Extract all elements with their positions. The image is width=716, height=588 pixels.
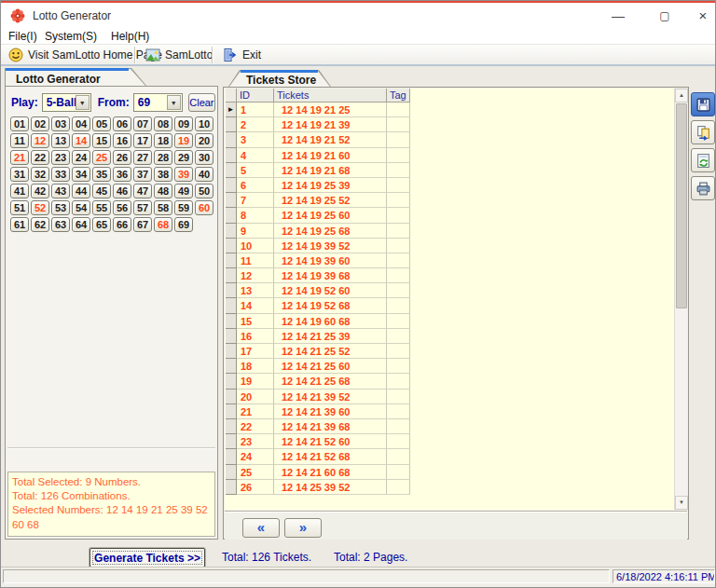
- chevron-down-icon[interactable]: ▼: [167, 95, 181, 110]
- ticket-numbers-cell[interactable]: 12 14 21 39 60: [274, 404, 387, 419]
- ticket-id-cell[interactable]: 18: [237, 359, 274, 374]
- row-selector-cell[interactable]: [226, 193, 237, 208]
- number-button-58[interactable]: 58: [154, 200, 172, 215]
- ticket-id-cell[interactable]: 5: [237, 163, 274, 178]
- number-button-18[interactable]: 18: [154, 133, 172, 148]
- ticket-tag-cell[interactable]: [387, 314, 410, 329]
- row-selector-cell[interactable]: [226, 434, 237, 449]
- ticket-numbers-cell[interactable]: 12 14 21 25 39: [274, 329, 387, 344]
- row-selector-cell[interactable]: [226, 148, 237, 163]
- save-button[interactable]: [691, 92, 715, 116]
- ticket-numbers-cell[interactable]: 12 14 25 39 52: [274, 480, 387, 495]
- number-button-09[interactable]: 09: [174, 116, 193, 131]
- ticket-numbers-cell[interactable]: 12 14 19 39 52: [274, 239, 387, 253]
- ticket-tag-cell[interactable]: [387, 132, 410, 147]
- ticket-id-cell[interactable]: 6: [237, 178, 274, 193]
- number-button-49[interactable]: 49: [174, 184, 193, 198]
- ticket-tag-cell[interactable]: [387, 193, 410, 208]
- row-selector-cell[interactable]: [226, 419, 237, 434]
- minimize-button[interactable]: —: [598, 3, 639, 29]
- number-button-34[interactable]: 34: [72, 167, 90, 182]
- ticket-row[interactable]: 612 14 19 25 39: [226, 178, 410, 193]
- ticket-row[interactable]: 1012 14 19 39 52: [226, 239, 410, 253]
- number-button-08[interactable]: 08: [154, 116, 172, 131]
- number-button-66[interactable]: 66: [113, 217, 131, 232]
- number-button-51[interactable]: 51: [10, 200, 29, 215]
- ticket-row[interactable]: 1912 14 21 25 68: [226, 374, 410, 389]
- ticket-row[interactable]: 412 14 19 21 60: [226, 148, 410, 163]
- ticket-id-cell[interactable]: 11: [237, 253, 274, 268]
- number-button-53[interactable]: 53: [51, 200, 70, 215]
- number-button-29[interactable]: 29: [174, 150, 193, 165]
- ticket-tag-cell[interactable]: [387, 239, 410, 253]
- ticket-tag-cell[interactable]: [387, 253, 410, 268]
- number-button-15[interactable]: 15: [92, 133, 111, 148]
- row-selector-cell[interactable]: [226, 239, 237, 253]
- menu-system[interactable]: System(S): [45, 30, 97, 43]
- ticket-row[interactable]: 2012 14 21 39 52: [226, 390, 410, 404]
- ticket-tag-cell[interactable]: [387, 148, 410, 163]
- play-select[interactable]: 5-Ball ▼: [42, 93, 91, 112]
- ticket-tag-cell[interactable]: [387, 178, 410, 193]
- number-button-44[interactable]: 44: [72, 184, 90, 198]
- number-button-06[interactable]: 06: [113, 116, 131, 131]
- ticket-numbers-cell[interactable]: 12 14 19 21 39: [274, 117, 387, 132]
- number-button-69[interactable]: 69: [174, 217, 193, 232]
- ticket-tag-cell[interactable]: [387, 359, 410, 374]
- ticket-tag-cell[interactable]: [387, 374, 410, 389]
- ticket-tag-cell[interactable]: [387, 224, 410, 239]
- ticket-id-cell[interactable]: 2: [237, 117, 274, 132]
- ticket-numbers-cell[interactable]: 12 14 19 21 60: [274, 148, 387, 163]
- print-button[interactable]: [691, 176, 715, 200]
- ticket-id-cell[interactable]: 14: [237, 298, 274, 313]
- ticket-id-cell[interactable]: 9: [237, 224, 274, 239]
- number-button-39[interactable]: 39: [174, 167, 193, 182]
- number-button-11[interactable]: 11: [10, 133, 29, 148]
- ticket-row[interactable]: 1712 14 21 25 52: [226, 344, 410, 359]
- number-button-30[interactable]: 30: [195, 150, 213, 165]
- copy-button[interactable]: [691, 120, 715, 144]
- row-selector-cell[interactable]: [226, 359, 237, 374]
- ticket-id-cell[interactable]: 3: [237, 132, 274, 147]
- header-id[interactable]: ID: [237, 89, 274, 103]
- number-button-04[interactable]: 04: [72, 116, 90, 131]
- row-selector-cell[interactable]: [226, 268, 237, 283]
- menu-help[interactable]: Help(H): [111, 30, 149, 43]
- ticket-tag-cell[interactable]: [387, 208, 410, 223]
- ticket-tag-cell[interactable]: [387, 434, 410, 449]
- ticket-id-cell[interactable]: 12: [237, 268, 274, 283]
- ticket-id-cell[interactable]: 19: [237, 374, 274, 389]
- number-button-28[interactable]: 28: [154, 150, 172, 165]
- row-selector-cell[interactable]: [226, 178, 237, 193]
- number-button-25[interactable]: 25: [92, 150, 111, 165]
- ticket-id-cell[interactable]: 24: [237, 449, 274, 464]
- header-tag[interactable]: Tag: [387, 89, 410, 103]
- ticket-row[interactable]: ►112 14 19 21 25: [226, 103, 410, 117]
- number-button-40[interactable]: 40: [195, 167, 213, 182]
- number-button-05[interactable]: 05: [92, 116, 111, 131]
- number-button-42[interactable]: 42: [31, 184, 49, 198]
- row-selector-cell[interactable]: [226, 253, 237, 268]
- number-button-41[interactable]: 41: [10, 184, 29, 198]
- ticket-id-cell[interactable]: 16: [237, 329, 274, 344]
- ticket-row[interactable]: 2212 14 21 39 68: [226, 419, 410, 434]
- row-selector-cell[interactable]: [226, 314, 237, 329]
- ticket-row[interactable]: 312 14 19 21 52: [226, 132, 410, 147]
- ticket-tag-cell[interactable]: [387, 390, 410, 404]
- number-button-52[interactable]: 52: [31, 200, 49, 215]
- ticket-tag-cell[interactable]: [387, 283, 410, 298]
- number-button-12[interactable]: 12: [31, 133, 49, 148]
- number-button-17[interactable]: 17: [133, 133, 152, 148]
- number-button-61[interactable]: 61: [10, 217, 29, 232]
- row-selector-cell[interactable]: [226, 298, 237, 313]
- ticket-numbers-cell[interactable]: 12 14 19 25 68: [274, 224, 387, 239]
- ticket-numbers-cell[interactable]: 12 14 19 21 52: [274, 132, 387, 147]
- ticket-id-cell[interactable]: 22: [237, 419, 274, 434]
- scrollbar-thumb[interactable]: [676, 103, 687, 308]
- row-selector-cell[interactable]: [226, 283, 237, 298]
- number-button-43[interactable]: 43: [51, 184, 70, 198]
- ticket-tag-cell[interactable]: [387, 103, 410, 117]
- number-button-46[interactable]: 46: [113, 184, 131, 198]
- ticket-row[interactable]: 212 14 19 21 39: [226, 117, 410, 132]
- number-button-24[interactable]: 24: [72, 150, 90, 165]
